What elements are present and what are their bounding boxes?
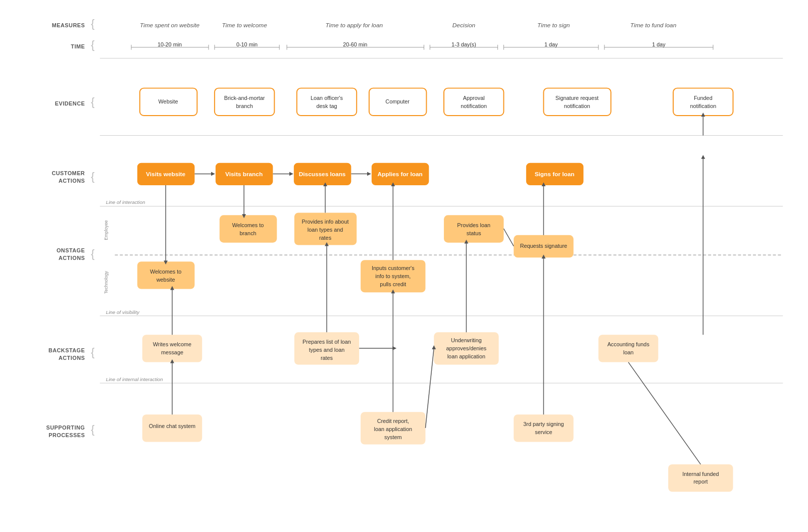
ba-prepares-1: Prepares list of loan bbox=[302, 339, 351, 345]
measures-label: MEASURES bbox=[52, 22, 85, 28]
onstage-label2: ACTIONS bbox=[59, 255, 85, 261]
time-6: 1 day bbox=[652, 41, 666, 47]
backstage-label2: ACTIONS bbox=[59, 355, 85, 361]
supporting-label2: PROCESSES bbox=[48, 432, 85, 438]
diagram-container: MEASURES { Time spent on website Time to… bbox=[5, 0, 803, 532]
measure-6: Time to fund loan bbox=[630, 22, 677, 29]
time-1: 10-20 min bbox=[158, 41, 182, 47]
arrowhead-3 bbox=[367, 172, 371, 176]
sp-online-chat-1: Online chat system bbox=[149, 423, 195, 429]
measure-1: Time spent on website bbox=[140, 22, 200, 29]
backstage-brace: { bbox=[91, 346, 94, 358]
blueprint-svg: MEASURES { Time spent on website Time to… bbox=[15, 5, 793, 530]
ca-visits-branch: Visits branch bbox=[225, 171, 263, 178]
evidence-funded-box bbox=[673, 88, 733, 116]
oa-tech-inputs-3: pulls credit bbox=[380, 281, 406, 287]
line-visibility-label: Line of visibility bbox=[106, 309, 140, 315]
ba-prepares-3: rates bbox=[321, 355, 333, 361]
ca-signs-loan: Signs for loan bbox=[535, 171, 575, 178]
customer-actions-brace: { bbox=[91, 170, 94, 183]
measures-brace: { bbox=[91, 17, 94, 30]
sp-internal-funded-box bbox=[668, 464, 733, 492]
ba-prepares-2: types and loan bbox=[309, 347, 345, 353]
oa-emp-provides-2: loan types and bbox=[308, 227, 343, 233]
customer-actions-label2: ACTIONS bbox=[59, 178, 85, 184]
time-4: 1-3 day(s) bbox=[451, 41, 476, 47]
ba-underwriting-2: approves/denies bbox=[446, 345, 487, 351]
arrowhead-acc-funded bbox=[701, 155, 705, 159]
evidence-branch-box bbox=[215, 88, 274, 116]
oa-tech-inputs-2: info to system, bbox=[375, 273, 411, 279]
sp-internal-1: Internal funded bbox=[682, 471, 719, 477]
evidence-funded-1: Funded bbox=[694, 95, 713, 101]
oa-tech-welcomes-2: website bbox=[156, 277, 175, 283]
ba-underwriting-1: Underwriting bbox=[451, 337, 482, 343]
evidence-approval-2: notification bbox=[461, 103, 487, 109]
ba-writes-welcome-1: Writes welcome bbox=[153, 341, 191, 347]
oa-emp-loan-status-2: status bbox=[467, 230, 482, 236]
oa-emp-welcomes-branch-box bbox=[220, 215, 277, 242]
oa-emp-welcomes-2: branch bbox=[239, 230, 256, 236]
ba-accounting-2: loan bbox=[623, 349, 634, 355]
ca-discusses-loans: Discusses loans bbox=[299, 171, 346, 178]
oa-emp-loan-status-1: Provides loan bbox=[457, 222, 490, 228]
line-internal-label: Line of internal interaction bbox=[106, 377, 163, 382]
supporting-label: SUPPORTING bbox=[46, 424, 85, 431]
line-interaction-label: Line of interaction bbox=[106, 199, 145, 205]
evidence-desktag-1: Loan officer's bbox=[311, 95, 343, 101]
evidence-sigrequest-2: notification bbox=[564, 103, 590, 109]
technology-sublabel: Technology bbox=[104, 271, 109, 294]
time-label: TIME bbox=[71, 43, 85, 49]
onstage-brace: { bbox=[91, 247, 94, 260]
sp-signing-2: service bbox=[535, 429, 552, 435]
oa-emp-provides-1: Provides info about bbox=[302, 219, 349, 225]
arrow-sp-3 bbox=[425, 348, 434, 428]
oa-emp-loan-status-box bbox=[444, 215, 503, 242]
oa-tech-welcomes-1: Welcomes to bbox=[150, 269, 181, 275]
evidence-branch-1: Brick-and-mortar bbox=[224, 95, 265, 101]
sp-credit-2: loan application bbox=[374, 426, 412, 432]
ba-writes-welcome-box bbox=[142, 335, 202, 362]
ba-writes-welcome-2: message bbox=[161, 349, 183, 355]
oa-tech-inputs-1: Inputs customer's bbox=[372, 265, 415, 271]
evidence-approval-box bbox=[444, 88, 503, 116]
evidence-computer: Computer bbox=[385, 98, 410, 104]
oa-tech-welcomes-website-box bbox=[137, 261, 195, 289]
ba-accounting-box bbox=[598, 335, 658, 362]
ba-underwriting-3: loan application bbox=[447, 353, 485, 359]
sp-signing-1: 3rd party signing bbox=[523, 421, 564, 427]
employee-sublabel: Employee bbox=[104, 220, 109, 240]
arrowhead-2 bbox=[289, 172, 293, 176]
sp-credit-3: system bbox=[384, 434, 401, 440]
evidence-sigrequest-box bbox=[543, 88, 611, 116]
sp-internal-2: report bbox=[693, 478, 708, 485]
backstage-label: BACKSTAGE bbox=[48, 347, 85, 353]
supporting-brace: { bbox=[91, 423, 94, 436]
time-2: 0-10 min bbox=[236, 41, 258, 47]
sp-signing-box bbox=[514, 414, 573, 442]
ca-visits-website: Visits website bbox=[146, 171, 185, 178]
evidence-funded-2: notification bbox=[690, 103, 716, 109]
ba-accounting-1: Accounting funds bbox=[608, 341, 650, 347]
oa-emp-provides-3: rates bbox=[319, 235, 332, 241]
ca-applies-loan: Applies for loan bbox=[377, 171, 422, 178]
evidence-website: Website bbox=[159, 98, 178, 104]
sp-credit-1: Credit report, bbox=[377, 418, 409, 424]
oa-emp-req-sig: Requests signature bbox=[520, 243, 567, 249]
evidence-brace: { bbox=[91, 95, 94, 108]
oa-emp-welcomes-1: Welcomes to bbox=[232, 222, 264, 228]
evidence-desktag-box bbox=[297, 88, 357, 116]
onstage-label: ONSTAGE bbox=[57, 247, 85, 253]
time-brace: { bbox=[91, 38, 94, 51]
evidence-sigrequest-1: Signature request bbox=[556, 95, 599, 101]
arrow-sp-5 bbox=[628, 362, 700, 464]
measure-3: Time to apply for loan bbox=[325, 22, 383, 29]
evidence-branch-2: branch bbox=[236, 103, 253, 109]
measure-5: Time to sign bbox=[537, 22, 570, 29]
time-3: 20-60 min bbox=[343, 41, 367, 47]
evidence-desktag-2: desk tag bbox=[316, 103, 337, 109]
arrowhead-1 bbox=[211, 172, 215, 176]
time-5: 1 day bbox=[544, 41, 558, 47]
measure-2: Time to welcome bbox=[222, 22, 267, 29]
evidence-label: EVIDENCE bbox=[55, 100, 85, 107]
